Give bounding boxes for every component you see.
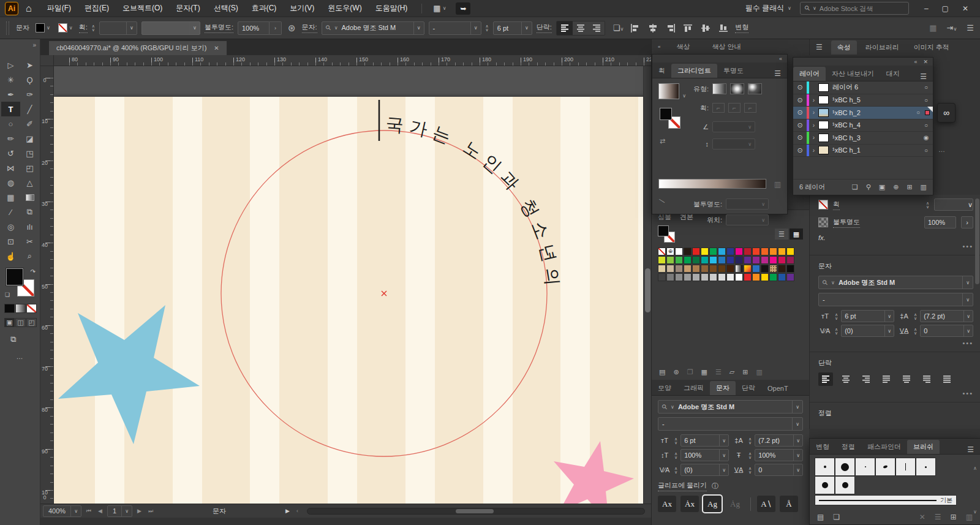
links-panel-icon[interactable]: ∞ <box>937 103 956 123</box>
new-color-group-icon[interactable]: ▱ <box>729 368 734 376</box>
swatch[interactable] <box>701 247 709 255</box>
vertical-scrollbar[interactable] <box>643 66 651 504</box>
brush-swatch[interactable] <box>815 476 835 494</box>
layer-name[interactable]: ¹xBC h_1 <box>832 146 919 154</box>
layer-row[interactable]: ⊙›¹xBC h_3◉ <box>793 132 933 145</box>
new-layer-icon[interactable]: ⊞ <box>907 183 912 191</box>
swatch[interactable] <box>786 256 794 264</box>
align-objects-h-right-icon[interactable] <box>666 24 675 32</box>
font-size-stepper[interactable]: ∧∨ <box>486 25 489 31</box>
brush-swatch[interactable] <box>815 458 835 476</box>
swatch[interactable] <box>684 247 692 255</box>
swatch[interactable] <box>744 247 752 255</box>
gradient-slider[interactable] <box>658 179 766 189</box>
artboard-tool[interactable]: ⊡ <box>1 234 20 249</box>
swatch-pattern[interactable] <box>769 265 777 273</box>
panel-grip[interactable] <box>6 21 9 35</box>
vertical-scale-stepper[interactable]: ∧∨ <box>674 452 677 459</box>
layout-switcher-icon[interactable]: ▦∨ <box>429 4 450 13</box>
target-circle[interactable]: ○ <box>919 84 933 91</box>
swatch[interactable] <box>761 273 769 281</box>
menu-item-4[interactable]: 문자(T) <box>169 3 206 13</box>
swatch[interactable] <box>692 273 700 281</box>
swatch[interactable] <box>658 256 666 264</box>
opacity-label[interactable]: 불투명도 <box>833 217 860 228</box>
visibility-eye-icon[interactable]: ⊙ <box>793 96 807 104</box>
arrange-icon[interactable]: ⇥∨ <box>947 23 957 32</box>
zoom-level-combo[interactable]: 400%∨ <box>43 505 81 517</box>
fill-proxy[interactable] <box>6 268 23 285</box>
stroke-none-chip[interactable] <box>818 200 828 210</box>
new-brush-icon[interactable]: ⊞ <box>951 513 957 521</box>
swatch[interactable] <box>752 247 760 255</box>
swatch[interactable] <box>709 256 717 264</box>
swatch[interactable] <box>718 256 726 264</box>
stock-search-box[interactable]: ⚲ ∨ <box>800 2 909 15</box>
target-circle[interactable]: ○ <box>911 109 925 116</box>
swatch[interactable] <box>769 256 777 264</box>
swatch[interactable] <box>786 265 794 273</box>
font-family-combo[interactable]: ⚲ ∨ Adobe 명조 Std M ∨ <box>322 21 424 35</box>
pen-tool[interactable]: ✒ <box>1 87 20 102</box>
tab-graphic-styles[interactable]: 그래픽 <box>677 381 710 395</box>
swatch[interactable] <box>692 256 700 264</box>
toolbar-expand-icon[interactable]: » <box>32 42 36 48</box>
eyedropper-icon[interactable]: ∕ <box>657 200 666 201</box>
align-objects-h-left-icon[interactable] <box>630 24 639 32</box>
more-options-icon[interactable]: ••• <box>818 243 973 250</box>
minimize-button[interactable]: – <box>918 4 935 13</box>
swatch[interactable] <box>726 265 734 273</box>
scroll-left-icon[interactable]: ‹ <box>295 508 300 514</box>
stroke-weight-stepper[interactable]: ∧∨ <box>926 202 929 208</box>
magic-wand-tool[interactable]: ✳ <box>1 72 20 87</box>
swatch[interactable] <box>709 265 717 273</box>
column-graph-tool[interactable]: ılı <box>20 219 39 234</box>
align-ja-button[interactable] <box>940 372 954 386</box>
restore-button[interactable]: ▢ <box>935 4 956 13</box>
basic-brush-swatch[interactable]: 기본 <box>815 495 957 505</box>
target-circle[interactable]: ○ <box>919 97 933 104</box>
menu-item-1[interactable]: 파일(F) <box>40 3 78 13</box>
dock-scrollbar-thumb[interactable] <box>975 198 979 284</box>
brush-scrollbar[interactable]: ∧∨ <box>972 466 978 515</box>
info-icon[interactable]: ⓘ <box>712 482 718 491</box>
opacity-chip[interactable] <box>818 217 828 227</box>
visibility-eye-icon[interactable]: ⊙ <box>793 146 807 154</box>
home-icon[interactable]: ⌂ <box>26 3 32 14</box>
layer-name[interactable]: 레이어 6 <box>832 83 919 92</box>
brush-swatch[interactable] <box>916 458 936 476</box>
type-tool[interactable]: T <box>1 102 20 116</box>
free-transform-tool[interactable]: ◰ <box>20 161 39 175</box>
ruler-corner[interactable] <box>40 55 54 66</box>
width-profile-combo[interactable]: ∨ <box>141 21 200 35</box>
tab-color-guide[interactable]: 색상 안내 <box>706 40 747 54</box>
slice-tool[interactable]: ✂ <box>20 234 39 249</box>
symbols-tool[interactable]: ⧉ <box>20 205 39 219</box>
expand-icon[interactable]: › <box>809 97 818 104</box>
swatch[interactable] <box>684 273 692 281</box>
stock-search-input[interactable] <box>820 5 893 12</box>
grid-view-button[interactable]: ▦ <box>790 229 803 240</box>
tab-asset-export[interactable]: 자산 내보내기 <box>826 67 880 81</box>
color-mode-button[interactable] <box>4 304 15 313</box>
layer-thumbnail[interactable] <box>818 121 829 129</box>
tab-paragraph[interactable]: 단락 <box>736 381 761 395</box>
swatch[interactable] <box>735 247 743 255</box>
snap-option-Å[interactable]: Å <box>780 496 798 512</box>
horizontal-scrollbar-thumb[interactable] <box>456 509 494 513</box>
horizontal-scrollbar[interactable] <box>307 508 645 515</box>
tab-brushes[interactable]: 브러쉬 <box>907 440 940 454</box>
artboard[interactable] <box>54 97 651 504</box>
swatch-fill-stroke[interactable] <box>658 225 675 243</box>
new-sublayer-icon[interactable]: ⊕ <box>893 183 899 191</box>
font-size-field[interactable]: 6 pt∨ <box>841 310 894 322</box>
tab-opentype[interactable]: OpenT <box>761 381 794 395</box>
gradient-tool[interactable] <box>20 190 39 205</box>
snap-to-glyph-label[interactable]: 글리프에 물리기 <box>658 481 707 491</box>
target-circle[interactable]: ○ <box>919 122 933 129</box>
layer-name[interactable]: ¹xBC h_5 <box>832 96 919 104</box>
swatch-registration[interactable]: ⊕ <box>666 247 674 255</box>
document-setup-icon[interactable]: ❏∨ <box>613 23 624 32</box>
swatch[interactable] <box>692 247 700 255</box>
tab-image-trace[interactable]: 이미지 추적 <box>908 40 956 55</box>
